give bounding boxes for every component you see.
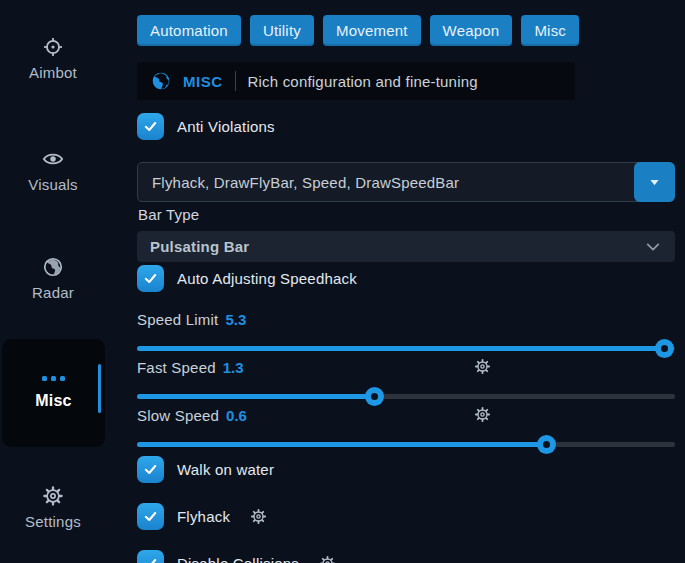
check-icon	[143, 556, 158, 563]
bar-type-select[interactable]: Pulsating Bar	[137, 231, 675, 262]
slider-track[interactable]	[137, 394, 675, 399]
check-icon	[143, 509, 158, 524]
active-indicator	[98, 364, 101, 413]
slider-handle[interactable]	[655, 339, 674, 358]
sidebar-item-label: Aimbot	[29, 64, 77, 81]
multiselect-dropdown-button[interactable]	[634, 162, 675, 202]
slow-speed-group: Slow Speed 0.6	[137, 405, 675, 454]
sidebar: Aimbot Visuals Radar Misc Settings	[0, 0, 132, 563]
eye-icon	[42, 148, 64, 170]
multiselect-value: Flyhack, DrawFlyBar, Speed, DrawSpeedBar	[138, 174, 634, 191]
slider-label: Fast Speed	[137, 359, 216, 376]
walk-on-water-row: Walk on water	[137, 456, 274, 483]
crosshair-icon	[42, 36, 64, 58]
speed-limit-group: Speed Limit 5.3	[137, 309, 675, 358]
sidebar-item-settings[interactable]: Settings	[0, 485, 106, 530]
tab-movement[interactable]: Movement	[323, 15, 421, 46]
slow-speed-slider[interactable]	[137, 435, 675, 454]
speed-limit-slider[interactable]	[137, 339, 675, 358]
select-value: Pulsating Bar	[150, 238, 249, 255]
tab-weapon[interactable]: Weapon	[430, 15, 513, 46]
check-icon	[143, 462, 158, 477]
gear-icon[interactable]	[474, 406, 491, 423]
globe-icon	[42, 256, 64, 278]
checkbox-label: Disable Collisions	[177, 555, 299, 563]
checkbox-label: Anti Violations	[177, 118, 275, 135]
slider-track[interactable]	[137, 346, 675, 351]
tab-bar: Automation Utility Movement Weapon Misc	[137, 15, 579, 46]
disable-collisions-checkbox[interactable]	[137, 550, 164, 563]
sidebar-item-radar[interactable]: Radar	[0, 256, 106, 301]
auto-adjusting-row: Auto Adjusting Speedhack	[137, 265, 357, 292]
sidebar-item-label: Radar	[32, 284, 74, 301]
fast-speed-group: Fast Speed 1.3	[137, 357, 675, 406]
bar-multiselect[interactable]: Flyhack, DrawFlyBar, Speed, DrawSpeedBar	[137, 162, 675, 202]
flyhack-checkbox[interactable]	[137, 503, 164, 530]
divider	[235, 71, 236, 91]
slider-handle[interactable]	[365, 387, 384, 406]
auto-adjusting-checkbox[interactable]	[137, 265, 164, 292]
walk-on-water-checkbox[interactable]	[137, 456, 164, 483]
check-icon	[143, 119, 158, 134]
slider-label: Speed Limit	[137, 311, 218, 328]
slider-label: Slow Speed	[137, 407, 219, 424]
anti-violations-row: Anti Violations	[137, 113, 275, 140]
sidebar-item-aimbot[interactable]: Aimbot	[0, 36, 106, 81]
dropdown-triangle-icon	[647, 175, 662, 190]
checkbox-label: Auto Adjusting Speedhack	[177, 270, 357, 287]
slider-label-row: Slow Speed 0.6	[137, 405, 675, 425]
checkbox-label: Walk on water	[177, 461, 274, 478]
tab-automation[interactable]: Automation	[137, 15, 241, 46]
sidebar-item-label: Visuals	[28, 176, 77, 193]
sidebar-item-visuals[interactable]: Visuals	[0, 148, 106, 193]
slider-value: 1.3	[223, 359, 244, 376]
check-icon	[143, 271, 158, 286]
chevron-down-icon	[644, 238, 662, 256]
slider-track[interactable]	[137, 442, 675, 447]
gear-icon[interactable]	[474, 358, 491, 375]
tab-misc[interactable]: Misc	[521, 15, 579, 46]
content-panel: Automation Utility Movement Weapon Misc …	[137, 0, 685, 563]
slider-fill	[137, 442, 546, 447]
slider-handle[interactable]	[537, 435, 556, 454]
bar-type-label: Bar Type	[138, 206, 199, 223]
flyhack-row: Flyhack	[137, 503, 267, 530]
anti-violations-checkbox[interactable]	[137, 113, 164, 140]
fast-speed-slider[interactable]	[137, 387, 675, 406]
section-title: MISC	[183, 73, 223, 90]
sidebar-item-misc[interactable]: Misc	[2, 339, 105, 447]
dots-icon	[42, 376, 65, 381]
slider-value: 5.3	[225, 311, 246, 328]
section-subtitle: Rich configuration and fine-tuning	[248, 73, 478, 90]
checkbox-label: Flyhack	[177, 508, 230, 525]
app-window: Aimbot Visuals Radar Misc Settings Autom…	[0, 0, 685, 563]
slider-label-row: Speed Limit 5.3	[137, 309, 675, 329]
sidebar-item-label: Settings	[25, 513, 81, 530]
slider-fill	[137, 346, 664, 351]
gear-icon[interactable]	[250, 508, 267, 525]
slider-label-row: Fast Speed 1.3	[137, 357, 675, 377]
disable-collisions-row: Disable Collisions	[137, 550, 336, 563]
gear-icon	[42, 485, 64, 507]
section-header: MISC Rich configuration and fine-tuning	[137, 62, 575, 100]
globe-icon	[151, 71, 171, 91]
slider-fill	[137, 394, 374, 399]
slider-value: 0.6	[226, 407, 247, 424]
gear-icon[interactable]	[319, 555, 336, 563]
tab-utility[interactable]: Utility	[250, 15, 314, 46]
sidebar-item-label: Misc	[35, 392, 71, 410]
